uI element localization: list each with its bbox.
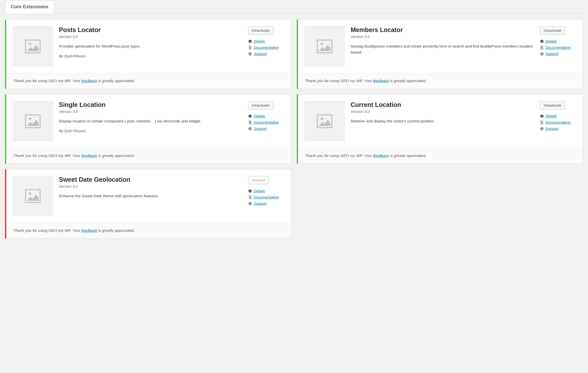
support-row: Support bbox=[248, 52, 267, 56]
details-link[interactable]: Details bbox=[254, 189, 265, 193]
svg-point-43 bbox=[321, 117, 323, 120]
svg-point-9 bbox=[250, 53, 251, 54]
footer-text-post: is greatly appriciated. bbox=[389, 153, 427, 158]
actions-block: Deactivate Details Documentation bbox=[248, 101, 284, 132]
card-footer: Thank you for using GEO my WP. Your feed… bbox=[6, 223, 291, 238]
document-icon bbox=[540, 120, 544, 124]
extension-version: Version 3.0 bbox=[351, 109, 534, 114]
tab-bar: Core Extensions bbox=[5, 0, 583, 13]
svg-point-4 bbox=[250, 40, 250, 41]
extension-version: Version 3.0 bbox=[59, 184, 242, 189]
footer-text-pre: Thank you for using GEO my WP. Your bbox=[305, 153, 373, 158]
info-block: Single Location Version 3.0 Display loca… bbox=[59, 101, 242, 133]
info-icon bbox=[540, 39, 544, 43]
extension-description: Display location of certain component ( … bbox=[59, 118, 242, 124]
svg-rect-28 bbox=[25, 115, 40, 128]
svg-rect-0 bbox=[25, 40, 40, 53]
image-placeholder-icon bbox=[317, 114, 332, 128]
footer-text-pre: Thank you for using GEO my WP. Your bbox=[13, 228, 81, 233]
extension-card-0: Posts Locator Version 3.0 Provides geolo… bbox=[5, 20, 291, 89]
support-row: Support bbox=[248, 126, 267, 131]
documentation-link[interactable]: Documentation bbox=[545, 120, 571, 124]
svg-point-1 bbox=[29, 43, 31, 45]
deactivate-button[interactable]: Deactivate bbox=[540, 101, 565, 109]
thumbnail-placeholder bbox=[13, 101, 53, 141]
thumbnail-placeholder bbox=[305, 26, 345, 66]
feedback-link[interactable]: feedback bbox=[373, 79, 389, 83]
feedback-link[interactable]: feedback bbox=[81, 153, 97, 158]
svg-point-15 bbox=[321, 43, 323, 45]
documentation-link[interactable]: Documentation bbox=[254, 195, 279, 199]
deactivate-button[interactable]: Deactivate bbox=[540, 26, 565, 35]
details-link[interactable]: Details bbox=[254, 114, 265, 118]
support-link[interactable]: Support bbox=[254, 126, 267, 131]
card-body: Single Location Version 3.0 Display loca… bbox=[6, 95, 291, 148]
deactivate-button[interactable]: Deactivate bbox=[248, 101, 273, 109]
thumbnail-placeholder bbox=[13, 176, 53, 216]
extension-description: Provides geolocation for WordPress post … bbox=[59, 43, 242, 49]
svg-point-32 bbox=[250, 115, 250, 115]
extension-description: Enhance the Sweet Date theme with geoloc… bbox=[59, 193, 242, 199]
support-row: Support bbox=[248, 201, 267, 206]
documentation-link[interactable]: Documentation bbox=[545, 45, 571, 50]
details-link[interactable]: Details bbox=[545, 114, 557, 118]
footer-text-post: is greatly appriciated. bbox=[97, 228, 135, 233]
documentation-link[interactable]: Documentation bbox=[254, 45, 279, 50]
extension-card-1: Members Locator Version 3.0 Geotag Buddy… bbox=[297, 20, 583, 89]
details-row: Details bbox=[248, 39, 265, 43]
details-link[interactable]: Details bbox=[545, 39, 557, 43]
actions-block: Deactivate Details Documentation bbox=[248, 26, 284, 57]
svg-point-65 bbox=[250, 203, 251, 204]
support-icon bbox=[248, 52, 252, 56]
support-link[interactable]: Support bbox=[254, 52, 267, 56]
extension-author: By Eyal Fitoussi bbox=[59, 129, 242, 133]
info-icon bbox=[248, 189, 252, 193]
support-link[interactable]: Support bbox=[545, 126, 559, 131]
image-placeholder-icon bbox=[25, 189, 41, 203]
feedback-link[interactable]: feedback bbox=[81, 79, 97, 83]
documentation-row: Documentation bbox=[248, 120, 279, 124]
svg-point-57 bbox=[29, 192, 31, 195]
details-link[interactable]: Details bbox=[254, 39, 265, 43]
svg-point-60 bbox=[250, 190, 250, 190]
extension-description: Retreive and display the visitor's curre… bbox=[351, 118, 534, 124]
svg-rect-45 bbox=[542, 116, 542, 117]
document-icon bbox=[248, 195, 252, 199]
svg-point-37 bbox=[250, 128, 251, 129]
footer-text-pre: Thank you for using GEO my WP. Your bbox=[13, 153, 81, 158]
extension-version: Version 3.0 bbox=[59, 35, 242, 39]
support-icon bbox=[540, 52, 544, 56]
tab-core-extensions[interactable]: Core Extensions bbox=[5, 0, 54, 13]
extension-author: By Eyal Fitoussi bbox=[59, 54, 242, 58]
footer-text-pre: Thank you for using GEO my WP. Your bbox=[305, 79, 373, 83]
actions-block: Activate Details Documentation bbox=[248, 176, 284, 207]
feedback-link[interactable]: feedback bbox=[373, 153, 389, 158]
document-icon bbox=[248, 46, 252, 50]
card-footer: Thank you for using GEO my WP. Your feed… bbox=[6, 73, 291, 89]
extension-description: Geotag Buddypress members and create pro… bbox=[351, 43, 534, 55]
details-row: Details bbox=[540, 39, 557, 43]
card-footer: Thank you for using GEO my WP. Your feed… bbox=[298, 148, 583, 163]
extension-title: Single Location bbox=[59, 101, 242, 108]
activate-button[interactable]: Activate bbox=[248, 176, 269, 184]
support-link[interactable]: Support bbox=[545, 52, 559, 56]
info-icon bbox=[540, 114, 544, 118]
footer-text-pre: Thank you for using GEO my WP. Your bbox=[13, 79, 81, 83]
support-row: Support bbox=[540, 52, 559, 56]
extension-version: Version 3.0 bbox=[59, 109, 242, 114]
documentation-row: Documentation bbox=[248, 45, 279, 50]
svg-rect-59 bbox=[250, 191, 250, 192]
svg-point-46 bbox=[542, 115, 542, 115]
info-block: Members Locator Version 3.0 Geotag Buddy… bbox=[351, 26, 534, 60]
footer-text-post: is greatly appriciated. bbox=[389, 79, 427, 83]
card-body: Sweet Date Geolocation Version 3.0 Enhan… bbox=[6, 169, 291, 223]
support-link[interactable]: Support bbox=[254, 201, 267, 206]
feedback-link[interactable]: feedback bbox=[81, 228, 97, 233]
info-block: Sweet Date Geolocation Version 3.0 Enhan… bbox=[59, 176, 242, 204]
info-icon bbox=[248, 39, 252, 43]
documentation-link[interactable]: Documentation bbox=[254, 120, 279, 124]
support-row: Support bbox=[540, 126, 559, 131]
details-row: Details bbox=[248, 114, 265, 118]
deactivate-button[interactable]: Deactivate bbox=[248, 26, 273, 35]
support-icon bbox=[248, 127, 252, 131]
